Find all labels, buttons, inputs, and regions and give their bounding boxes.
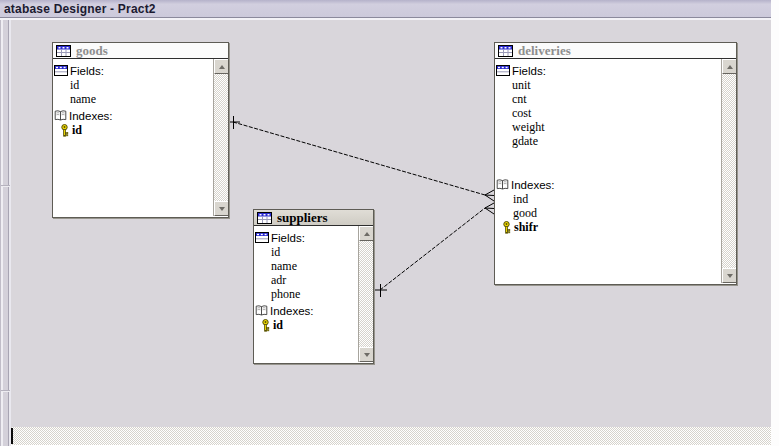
field-row[interactable]: id — [53, 78, 212, 92]
fields-icon — [54, 65, 68, 76]
table-body: Fields: unitcntcostweightgdate Indexes: … — [495, 59, 736, 283]
field-row[interactable]: unit — [495, 78, 720, 92]
table-window-suppliers[interactable]: suppliers Fields: idnameadrphone — [253, 209, 374, 364]
h-scrollbar-mark — [11, 428, 13, 444]
indexes-section-header: Indexes: — [254, 303, 357, 318]
indexes-list: id — [254, 318, 357, 332]
scroll-down-button[interactable] — [722, 268, 736, 283]
fields-list: unitcntcostweightgdate — [495, 78, 720, 148]
field-row[interactable]: cost — [495, 106, 720, 120]
indexes-list: id — [53, 123, 212, 137]
table-titlebar[interactable]: deliveries — [495, 43, 736, 59]
relationship-goods-deliveries[interactable] — [227, 116, 494, 201]
down-arrow-icon — [219, 207, 225, 211]
right-window-edge — [771, 0, 779, 446]
indexes-book-icon — [54, 110, 67, 121]
field-row[interactable]: adr — [254, 273, 357, 287]
window-title: atabase Designer - Pract2 — [0, 2, 156, 16]
indexes-label: Indexes: — [511, 179, 554, 191]
table-titlebar[interactable]: goods — [53, 43, 228, 59]
field-row[interactable]: phone — [254, 287, 357, 301]
index-row[interactable]: ind — [495, 192, 720, 206]
index-row[interactable]: good — [495, 206, 720, 220]
index-row[interactable]: shifr — [495, 220, 720, 234]
vertical-scrollbar[interactable] — [213, 59, 228, 216]
fields-list: idname — [53, 78, 212, 106]
index-row[interactable]: id — [53, 123, 212, 137]
key-icon — [60, 124, 69, 137]
fields-section-header: Fields: — [495, 63, 720, 78]
indexes-label: Indexes: — [270, 305, 313, 317]
key-icon — [261, 319, 270, 332]
table-icon — [257, 212, 272, 224]
key-icon — [261, 319, 270, 332]
up-arrow-icon — [219, 65, 225, 69]
indexes-book-icon — [255, 305, 268, 316]
relationship-suppliers-deliveries[interactable] — [374, 203, 494, 297]
fields-section-header: Fields: — [254, 230, 357, 245]
scroll-down-button[interactable] — [359, 347, 373, 362]
vertical-scrollbar[interactable] — [721, 59, 736, 283]
table-window-deliveries[interactable]: deliveries Fields: unitcntcostweightgdat… — [494, 42, 737, 285]
table-titlebar[interactable]: suppliers — [254, 210, 373, 226]
table-title-label: deliveries — [518, 43, 571, 59]
fields-label: Fields: — [70, 65, 104, 77]
horizontal-scrollbar-track[interactable] — [11, 427, 771, 445]
key-icon — [60, 124, 69, 137]
fields-section-header: Fields: — [53, 63, 212, 78]
field-row[interactable]: gdate — [495, 134, 720, 148]
fields-icon — [255, 232, 269, 243]
fields-icon — [496, 65, 510, 76]
indexes-list: indgoodshifr — [495, 192, 720, 234]
window-titlebar[interactable]: atabase Designer - Pract2 — [0, 0, 771, 18]
field-row[interactable]: id — [254, 245, 357, 259]
scroll-up-button[interactable] — [214, 59, 228, 74]
indexes-book-icon — [496, 179, 509, 190]
table-window-goods[interactable]: goods Fields: idname — [52, 42, 229, 218]
down-arrow-icon — [364, 353, 370, 357]
key-icon — [502, 221, 511, 234]
down-arrow-icon — [727, 274, 733, 278]
edge-divider — [1, 390, 10, 392]
left-window-edge — [0, 20, 11, 446]
fields-label: Fields: — [512, 65, 546, 77]
vertical-scrollbar[interactable] — [358, 226, 373, 362]
designer-canvas[interactable]: goods Fields: idname — [11, 20, 771, 427]
edge-divider — [1, 185, 10, 187]
indexes-section-header: Indexes: — [495, 177, 720, 192]
scroll-down-button[interactable] — [214, 201, 228, 216]
table-title-label: goods — [76, 43, 108, 59]
database-designer-window: atabase Designer - Pract2 — [0, 0, 779, 446]
table-icon — [56, 45, 71, 57]
index-row[interactable]: id — [254, 318, 357, 332]
table-icon — [498, 45, 513, 57]
fields-label: Fields: — [271, 232, 305, 244]
up-arrow-icon — [727, 65, 733, 69]
field-row[interactable]: cnt — [495, 92, 720, 106]
table-title-label: suppliers — [277, 210, 328, 226]
key-icon — [502, 221, 511, 234]
scroll-up-button[interactable] — [359, 226, 373, 241]
up-arrow-icon — [364, 232, 370, 236]
field-row[interactable]: weight — [495, 120, 720, 134]
indexes-label: Indexes: — [69, 110, 112, 122]
table-body: Fields: idname Indexes: id — [53, 59, 228, 216]
table-body: Fields: idnameadrphone Indexes: id — [254, 226, 373, 362]
scroll-up-button[interactable] — [722, 59, 736, 74]
field-row[interactable]: name — [254, 259, 357, 273]
indexes-section-header: Indexes: — [53, 108, 212, 123]
field-row[interactable]: name — [53, 92, 212, 106]
fields-list: idnameadrphone — [254, 245, 357, 301]
